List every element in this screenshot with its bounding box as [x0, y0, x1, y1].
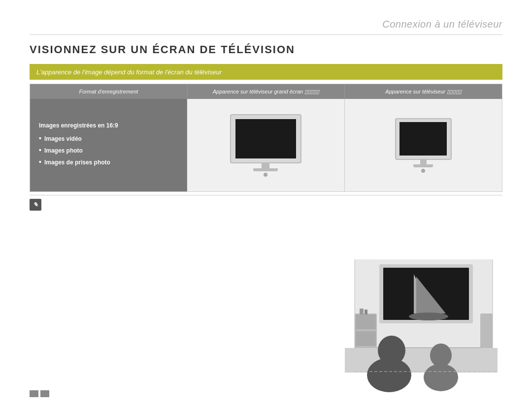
info-banner: L'apparence de l'image dépend du format … [30, 64, 502, 80]
tv-screen-small [399, 122, 447, 156]
top-divider [30, 34, 502, 35]
svg-point-16 [430, 344, 452, 367]
tv-button-wide [264, 173, 267, 177]
tv-stand-neck-wide [262, 163, 269, 168]
table-col-widescreen [187, 99, 344, 191]
svg-rect-10 [480, 313, 493, 348]
tv-button-small [421, 169, 425, 173]
page-num-box2 [40, 390, 49, 397]
table-header: Format d'enregistrement Apparence sur té… [30, 84, 502, 99]
tv-stand-base-small [413, 164, 433, 167]
tv-button-row-small [421, 169, 425, 173]
table-header-col2: Apparence sur téléviseur grand écran ▯▯▯… [188, 84, 345, 99]
bottom-divider [30, 195, 502, 195]
svg-rect-20 [365, 310, 367, 314]
scene-illustration [315, 250, 502, 392]
page-section-title: Connexion à un téléviseur [382, 19, 502, 30]
tv-stand-neck-small [420, 160, 427, 164]
format-title: Images enregistrées en 16:9 [39, 122, 178, 129]
banner-text: L'apparence de l'image dépend du format … [36, 68, 222, 76]
tv-screen-wide [235, 119, 296, 158]
note-icon-symbol: ✎ [33, 201, 38, 208]
svg-rect-8 [356, 314, 376, 329]
svg-point-17 [424, 364, 458, 391]
format-list: Images vidéo Images photo Images de pris… [39, 133, 178, 168]
tv-widescreen-illustration [230, 114, 301, 177]
page-number [30, 390, 49, 397]
tv-standard-illustration [395, 118, 452, 173]
table-col-format: Images enregistrées en 16:9 Images vidéo… [30, 99, 187, 191]
table-header-col1: Format d'enregistrement [30, 84, 188, 99]
svg-rect-19 [360, 309, 364, 314]
comparison-table: Format d'enregistrement Apparence sur té… [30, 84, 502, 192]
page-title: VISIONNEZ SUR UN ÉCRAN DE TÉLÉVISION [30, 43, 295, 56]
svg-rect-9 [356, 331, 376, 346]
list-item: Images photo [39, 145, 178, 157]
svg-rect-6 [345, 348, 498, 373]
table-col-standard [345, 99, 502, 191]
table-body: Images enregistrées en 16:9 Images vidéo… [30, 99, 502, 191]
tv-body-small [395, 118, 452, 160]
list-item: Images vidéo [39, 133, 178, 145]
svg-point-15 [367, 358, 411, 392]
table-header-col3: Apparence sur téléviseur ▯▯▯▯▯ [345, 84, 502, 99]
tv-stand-base-wide [253, 168, 278, 171]
tv-body-wide [230, 114, 301, 163]
list-item: Images de prises photo [39, 157, 178, 168]
tv-button-row-wide [264, 173, 267, 177]
scene-svg [315, 250, 502, 392]
note-icon: ✎ [30, 199, 41, 211]
svg-point-13 [409, 313, 448, 320]
page-num-box [30, 390, 38, 397]
